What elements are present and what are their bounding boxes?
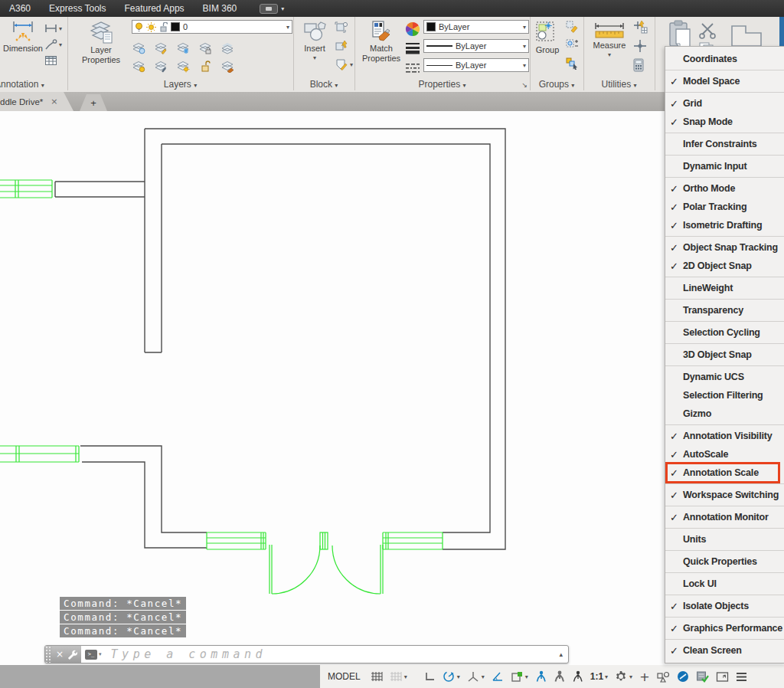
menu-item-lock-ui[interactable]: Lock UI [665,575,784,593]
calculator-icon[interactable] [632,58,645,72]
lineweight-icon[interactable] [405,42,420,54]
layer-off-icon[interactable] [132,41,145,54]
group-button[interactable]: Group [531,20,564,54]
table-button[interactable] [44,55,62,66]
panel-label-block[interactable]: Block ▾ [293,79,354,90]
tab-close-icon[interactable]: × [51,97,57,106]
menu-item-polar-tracking[interactable]: ✓Polar Tracking [665,198,784,216]
chevron-down-icon[interactable]: ▾ [99,651,102,657]
menu-item-annotation-scale[interactable]: ✓Annotation Scale [665,464,784,482]
menu-item-gizmo[interactable]: Gizmo [665,405,784,423]
dimension-style-button[interactable]: ▾ [44,23,62,34]
menu-item-selection-filtering[interactable]: Selection Filtering [665,386,784,405]
current-scale-button[interactable]: 1:1 ▾ [590,671,608,682]
match-properties-button[interactable]: Match Properties [358,20,405,63]
menu-item-2d-object-snap[interactable]: ✓2D Object Snap [665,257,784,275]
cut-icon[interactable] [698,21,718,40]
layer-thaw-icon[interactable] [176,60,190,73]
boundary-polyline-icon[interactable] [729,21,764,49]
measure-button[interactable]: Measure ▾ [590,21,629,60]
layer-lock-icon[interactable] [198,41,212,54]
command-prompt-icon[interactable]: >_ [85,650,97,660]
plan-check-button[interactable] [696,670,709,683]
block-editor-button[interactable]: ▾ [335,58,353,70]
linetype-select[interactable]: ByLayer ▾ [423,58,529,72]
layer-isolate-icon[interactable] [154,41,168,54]
layer-on-icon[interactable] [132,60,145,73]
polar-tracking-button[interactable]: ▾ [443,670,460,683]
new-drawing-tab[interactable]: + [80,94,107,111]
autoscale-button[interactable] [554,670,565,683]
isometric-drafting-button[interactable]: ▾ [467,671,485,683]
layer-match-icon[interactable] [220,60,234,73]
customization-button[interactable] [736,672,747,682]
menubar-item-a360[interactable]: A360 [0,3,40,14]
menu-item-autoscale[interactable]: ✓AutoScale [665,445,784,464]
group-edit-icon[interactable] [565,38,579,51]
menu-item-annotation-visibility[interactable]: ✓Annotation Visibility [665,427,784,445]
object-color-select[interactable]: ByLayer ▾ [423,20,529,34]
group-selection-icon[interactable] [565,57,579,70]
lineweight-select[interactable]: ByLayer ▾ [423,39,529,53]
menu-item-annotation-monitor[interactable]: ✓Annotation Monitor [665,508,784,526]
menu-item-3d-object-snap[interactable]: 3D Object Snap [665,346,784,364]
color-wheel-icon[interactable] [405,21,420,37]
create-block-icon[interactable] [335,21,348,34]
menu-item-dynamic-input[interactable]: Dynamic Input [665,157,784,175]
menu-item-grid[interactable]: ✓Grid [665,94,784,113]
menubar-item-bim-360[interactable]: BIM 360 [194,3,247,14]
edit-attributes-icon[interactable] [335,40,348,52]
annotation-visibility-button[interactable] [535,670,547,683]
annotation-scale-button[interactable] [572,670,583,683]
grid-display-button[interactable] [371,671,383,682]
leader-button[interactable]: ▾ [44,39,62,50]
layer-select[interactable]: 0 ▾ [132,20,292,34]
infocenter-toggle[interactable]: ▾ [260,4,284,14]
drag-handle[interactable] [45,646,52,663]
ungroup-icon[interactable] [565,20,579,33]
menu-item-infer-constraints[interactable]: Infer Constraints [665,135,784,153]
menu-item-dynamic-ucs[interactable]: Dynamic UCS [665,368,784,386]
close-icon[interactable]: × [56,649,64,660]
clean-screen-button[interactable] [716,671,729,683]
menu-item-clean-screen[interactable]: ✓Clean Screen [665,641,784,660]
command-line[interactable]: × >_ ▾ Type a command ▴ [44,645,569,663]
panel-label-properties[interactable]: Properties ▾ [354,79,530,90]
menu-item-workspace-switching[interactable]: ✓Workspace Switching [665,486,784,504]
model-space-button[interactable]: MODEL [328,671,361,682]
graphics-performance-button[interactable] [677,670,689,683]
dialog-launcher-icon[interactable]: ↘ [521,81,528,89]
panel-label-layers[interactable]: Layers ▾ [67,79,293,90]
file-tab-active[interactable]: ddle Drive* × [0,92,74,111]
menu-item-object-snap-tracking[interactable]: ✓Object Snap Tracking [665,238,784,257]
plus-icon[interactable]: + [639,670,649,684]
chevron-up-icon[interactable]: ▴ [559,650,568,658]
menu-item-quick-properties[interactable]: Quick Properties [665,552,784,571]
menu-item-graphics-performance[interactable]: ✓Graphics Performance [665,619,784,637]
quick-select-icon[interactable] [632,20,648,34]
snap-mode-button[interactable]: ▾ [390,671,407,682]
layer-freeze-icon[interactable] [176,41,190,54]
object-snap-button[interactable]: ▾ [511,671,528,683]
menu-item-units[interactable]: Units [665,530,784,549]
isolate-objects-button[interactable] [657,671,670,683]
object-snap-tracking-button[interactable] [492,671,504,682]
panel-label-groups[interactable]: Groups ▾ [530,79,583,90]
menubar-item-featured-apps[interactable]: Featured Apps [116,3,194,14]
menu-item-model-space[interactable]: ✓Model Space [665,72,784,90]
layer-properties-button[interactable]: Layer Properties [74,20,129,64]
wrench-icon[interactable] [66,649,77,660]
id-point-icon[interactable] [632,39,648,53]
menubar-item-express-tools[interactable]: Express Tools [40,3,115,14]
command-input[interactable]: Type a command [111,647,266,661]
workspace-switching-button[interactable]: ▾ [615,670,632,683]
menu-item-isometric-drafting[interactable]: ✓Isometric Drafting [665,216,784,234]
menu-item-coordinates[interactable]: Coordinates [665,50,784,68]
panel-label-utilities[interactable]: Utilities ▾ [583,79,655,90]
layer-stack-icon[interactable] [220,41,234,54]
layer-unisolate-icon[interactable] [154,60,168,73]
insert-button[interactable]: Insert ▾ [298,20,332,63]
menu-item-transparency[interactable]: Transparency [665,301,784,319]
ortho-mode-button[interactable] [424,671,436,682]
menu-item-isolate-objects[interactable]: ✓Isolate Objects [665,597,784,615]
